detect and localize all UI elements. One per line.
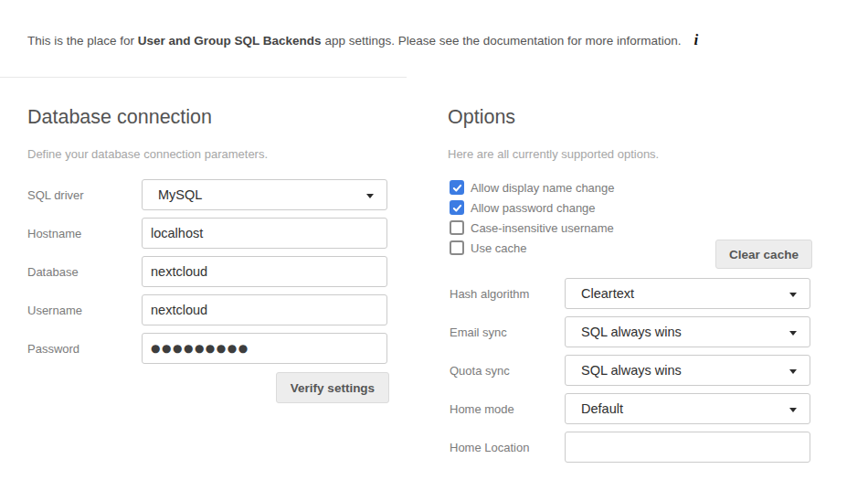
form-row-sql-driver: SQL driver MySQL bbox=[27, 179, 387, 210]
options-checkbox-list: Allow display name change Allow password… bbox=[450, 177, 615, 258]
database-connection-form: SQL driver MySQL Hostname Database Usern… bbox=[27, 179, 387, 371]
info-text-suffix: app settings. Please see the documentati… bbox=[322, 34, 682, 48]
check-icon bbox=[452, 183, 462, 193]
clear-cache-button[interactable]: Clear cache bbox=[715, 240, 812, 269]
checkbox-label: Allow display name change bbox=[471, 181, 615, 195]
database-label: Database bbox=[27, 265, 142, 279]
options-subtitle: Here are all currently supported options… bbox=[448, 147, 659, 161]
quota-sync-label: Quota sync bbox=[450, 364, 565, 378]
form-row-quota-sync: Quota sync SQL always wins bbox=[450, 355, 810, 386]
info-icon[interactable]: i bbox=[694, 32, 699, 48]
checkbox-row-use-cache[interactable]: Use cache bbox=[450, 238, 615, 258]
check-icon bbox=[452, 203, 462, 213]
checkbox-icon[interactable] bbox=[450, 220, 464, 235]
chevron-down-icon bbox=[789, 408, 797, 412]
sql-driver-value: MySQL bbox=[158, 187, 202, 202]
email-sync-label: Email sync bbox=[450, 325, 565, 339]
app-info-text: This is the place for User and Group SQL… bbox=[27, 32, 749, 48]
home-location-label: Home Location bbox=[450, 441, 565, 454]
checkbox-label: Use cache bbox=[471, 241, 526, 255]
hostname-input[interactable] bbox=[142, 218, 387, 249]
sql-driver-select[interactable]: MySQL bbox=[142, 179, 387, 210]
home-mode-select[interactable]: Default bbox=[565, 393, 810, 424]
password-input[interactable] bbox=[142, 333, 387, 364]
options-form: Hash algorithm Cleartext Email sync SQL … bbox=[450, 278, 810, 470]
database-input[interactable] bbox=[142, 256, 387, 287]
username-label: Username bbox=[27, 304, 142, 317]
app-name: User and Group SQL Backends bbox=[138, 34, 322, 48]
form-row-hash-algorithm: Hash algorithm Cleartext bbox=[450, 278, 810, 309]
form-row-database: Database bbox=[27, 256, 387, 287]
form-row-home-mode: Home mode Default bbox=[450, 393, 810, 424]
home-mode-value: Default bbox=[581, 401, 623, 416]
info-text-prefix: This is the place for bbox=[27, 34, 138, 48]
home-mode-label: Home mode bbox=[450, 402, 565, 416]
database-connection-title: Database connection bbox=[27, 106, 212, 129]
hostname-label: Hostname bbox=[27, 227, 142, 240]
hash-algorithm-label: Hash algorithm bbox=[450, 287, 565, 301]
form-row-username: Username bbox=[27, 294, 387, 325]
email-sync-select[interactable]: SQL always wins bbox=[565, 316, 810, 347]
hash-algorithm-select[interactable]: Cleartext bbox=[565, 278, 810, 309]
quota-sync-select[interactable]: SQL always wins bbox=[565, 355, 810, 386]
database-connection-subtitle: Define your database connection paramete… bbox=[27, 147, 268, 161]
username-input[interactable] bbox=[142, 294, 387, 325]
quota-sync-value: SQL always wins bbox=[581, 363, 682, 378]
home-location-input[interactable] bbox=[565, 432, 810, 463]
form-row-password: Password bbox=[27, 333, 387, 364]
chevron-down-icon bbox=[789, 293, 797, 297]
password-label: Password bbox=[27, 342, 142, 356]
checkbox-label: Case-insensitive username bbox=[471, 221, 614, 235]
email-sync-value: SQL always wins bbox=[581, 325, 682, 339]
checkbox-row-allow-password-change[interactable]: Allow password change bbox=[450, 197, 615, 218]
form-row-hostname: Hostname bbox=[27, 218, 387, 249]
checkbox-row-allow-display-name-change[interactable]: Allow display name change bbox=[450, 177, 615, 197]
checkbox-icon[interactable] bbox=[450, 240, 464, 255]
hash-algorithm-value: Cleartext bbox=[581, 286, 634, 301]
checkbox-icon[interactable] bbox=[450, 180, 464, 195]
checkbox-icon[interactable] bbox=[450, 200, 464, 215]
chevron-down-icon bbox=[366, 194, 374, 198]
chevron-down-icon bbox=[789, 331, 797, 336]
sql-driver-label: SQL driver bbox=[27, 188, 142, 202]
form-row-home-location: Home Location bbox=[450, 432, 810, 463]
section-divider bbox=[0, 77, 407, 78]
checkbox-label: Allow password change bbox=[471, 201, 596, 215]
form-row-email-sync: Email sync SQL always wins bbox=[450, 316, 810, 347]
chevron-down-icon bbox=[789, 369, 797, 374]
checkbox-row-case-insensitive-username[interactable]: Case-insensitive username bbox=[450, 218, 615, 238]
options-title: Options bbox=[448, 106, 515, 129]
verify-settings-button[interactable]: Verify settings bbox=[276, 372, 389, 403]
